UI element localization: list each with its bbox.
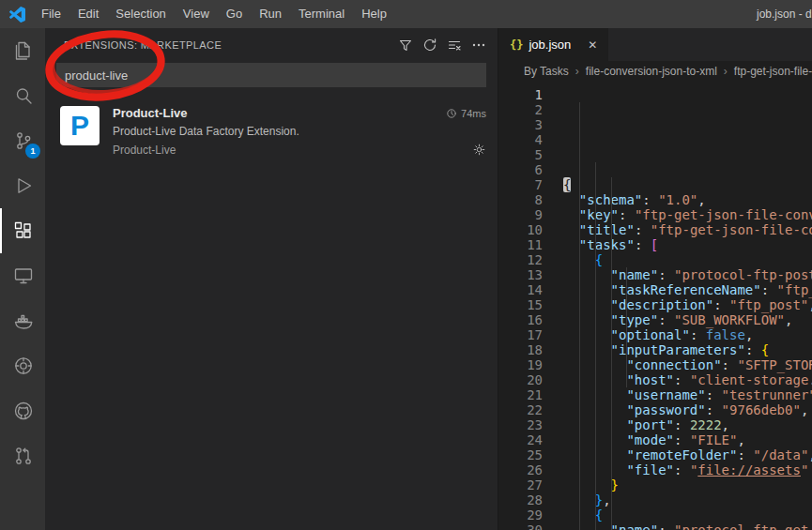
line-number: 23	[498, 417, 543, 432]
json-file-icon: {}	[510, 38, 523, 52]
menu-selection[interactable]: Selection	[107, 0, 174, 28]
line-number: 29	[498, 507, 543, 522]
extensions-search-input[interactable]	[56, 63, 486, 87]
breadcrumb-item[interactable]: ftp-get-json-file-conversion	[734, 65, 812, 78]
code-line[interactable]: "type": "SUB_WORKFLOW",	[563, 312, 812, 327]
settings-circle-icon[interactable]	[0, 343, 45, 388]
menu-go[interactable]: Go	[218, 0, 251, 28]
code-line[interactable]: "title": "ftp-get-json-file-conversion-j…	[563, 222, 812, 237]
line-number: 15	[498, 297, 543, 312]
close-tab-icon[interactable]: ✕	[588, 38, 597, 52]
code-line[interactable]: "username": "testrunner",	[563, 387, 812, 402]
window-title: job.json - d	[757, 8, 812, 21]
indent-guide	[595, 162, 596, 530]
activation-time: 74ms	[446, 108, 486, 119]
code-line[interactable]: "name": "protocol-ftp-post-file",	[563, 267, 812, 282]
code-line[interactable]: "password": "9766deb0",	[563, 402, 812, 417]
line-number: 27	[498, 477, 543, 492]
breadcrumb-item[interactable]: By Tasks	[524, 65, 569, 78]
explorer-icon[interactable]	[0, 28, 45, 73]
sidebar-title: EXTENSIONS: MARKETPLACE	[64, 39, 389, 51]
code-line[interactable]: "taskReferenceName": "ftp_post",	[563, 282, 812, 297]
line-number: 12	[498, 252, 543, 267]
code-line[interactable]: },	[563, 492, 812, 507]
code-line[interactable]: {	[563, 252, 812, 267]
code-line[interactable]: "key": "ftp-get-json-file-conversion-jso…	[563, 207, 812, 222]
code-line[interactable]: "port": 2222,	[563, 417, 812, 432]
code-line[interactable]: "remoteFolder": "/data",	[563, 447, 812, 462]
code-line[interactable]: "mode": "FILE",	[563, 432, 812, 447]
indent-guide	[626, 267, 627, 387]
code-editor[interactable]: 1234567891011121314151617181920212223242…	[498, 82, 812, 530]
vscode-logo-icon	[9, 7, 25, 23]
menu-edit[interactable]: Edit	[69, 0, 107, 28]
menu-file[interactable]: File	[33, 0, 69, 28]
filter-icon[interactable]	[398, 38, 413, 53]
editor-area: {} job.json ✕ By Tasks › file-conversion…	[498, 28, 812, 530]
code-line[interactable]: {	[563, 507, 812, 522]
run-and-debug-icon[interactable]	[0, 163, 45, 208]
code-line[interactable]: "host": "client-storage.example.com",	[563, 372, 812, 387]
remote-explorer-icon[interactable]	[0, 253, 45, 298]
docker-icon[interactable]	[0, 298, 45, 343]
breadcrumb-item[interactable]: file-conversion-json-to-xml	[586, 65, 717, 78]
manage-gear-icon[interactable]	[472, 143, 486, 157]
extension-description: Product-Live Data Factory Extension.	[113, 125, 486, 138]
tab-job-json[interactable]: {} job.json ✕	[498, 28, 609, 61]
indent-guide	[579, 102, 580, 530]
code-line[interactable]: "schema": "1.0",	[563, 192, 812, 207]
menu-view[interactable]: View	[175, 0, 218, 28]
indent-guide	[611, 177, 612, 530]
code-line[interactable]: "name": "protocol-ftp-get-file",	[563, 522, 812, 530]
code-line[interactable]: "file": "file://assets"	[563, 462, 812, 477]
code-line[interactable]: "tasks": [	[563, 237, 812, 252]
chevron-right-icon: ›	[724, 65, 728, 78]
line-number: 11	[498, 237, 543, 252]
source-control-icon[interactable]: 1	[0, 118, 45, 163]
tab-bar: {} job.json ✕	[498, 28, 812, 61]
line-number: 9	[498, 207, 543, 222]
menu-bar: File Edit Selection View Go Run Terminal…	[0, 0, 812, 28]
line-number: 22	[498, 402, 543, 417]
search-icon[interactable]	[0, 73, 45, 118]
menu-terminal[interactable]: Terminal	[290, 0, 353, 28]
pull-request-icon[interactable]	[0, 433, 45, 478]
line-number: 6	[498, 162, 543, 177]
scm-changes-badge: 1	[25, 144, 40, 159]
line-number: 5	[498, 147, 543, 162]
code-line[interactable]: "optional": false,	[563, 327, 812, 342]
menu-run[interactable]: Run	[251, 0, 290, 28]
line-number: 10	[498, 222, 543, 237]
extension-list-item[interactable]: P Product-Live 74ms Product-Live Data Fa…	[45, 95, 498, 166]
menu-help[interactable]: Help	[353, 0, 395, 28]
line-number: 28	[498, 492, 543, 507]
code-line[interactable]: }	[563, 477, 812, 492]
line-number: 13	[498, 267, 543, 282]
refresh-icon[interactable]	[422, 38, 437, 53]
line-number: 3	[498, 117, 543, 132]
line-number: 19	[498, 357, 543, 372]
line-number: 7	[498, 177, 543, 192]
code-line[interactable]: "connection": "SFTP_STORAGE",	[563, 357, 812, 372]
line-number: 2	[498, 102, 543, 117]
line-number: 8	[498, 192, 543, 207]
line-number: 17	[498, 327, 543, 342]
line-number: 24	[498, 432, 543, 447]
activity-bar: 1	[0, 28, 45, 530]
sidebar-header: EXTENSIONS: MARKETPLACE	[45, 28, 498, 61]
line-number: 18	[498, 342, 543, 357]
extensions-icon[interactable]	[0, 208, 45, 253]
code-line[interactable]: {	[563, 177, 812, 192]
breadcrumb: By Tasks › file-conversion-json-to-xml ›…	[498, 61, 812, 82]
editor-gutter: 1234567891011121314151617181920212223242…	[498, 87, 543, 530]
clear-search-results-icon[interactable]	[447, 38, 462, 53]
extension-publisher: Product-Live	[113, 144, 472, 157]
extensions-sidebar: EXTENSIONS: MARKETPLACE P Product-Live	[45, 28, 498, 530]
code-line[interactable]: "inputParameters": {	[563, 342, 812, 357]
github-icon[interactable]	[0, 388, 45, 433]
chevron-right-icon: ›	[575, 65, 579, 78]
more-actions-icon[interactable]	[471, 38, 486, 53]
code-line[interactable]: "description": "ftp_post",	[563, 297, 812, 312]
activation-time-label: 74ms	[461, 108, 486, 119]
line-number: 1	[498, 87, 543, 102]
